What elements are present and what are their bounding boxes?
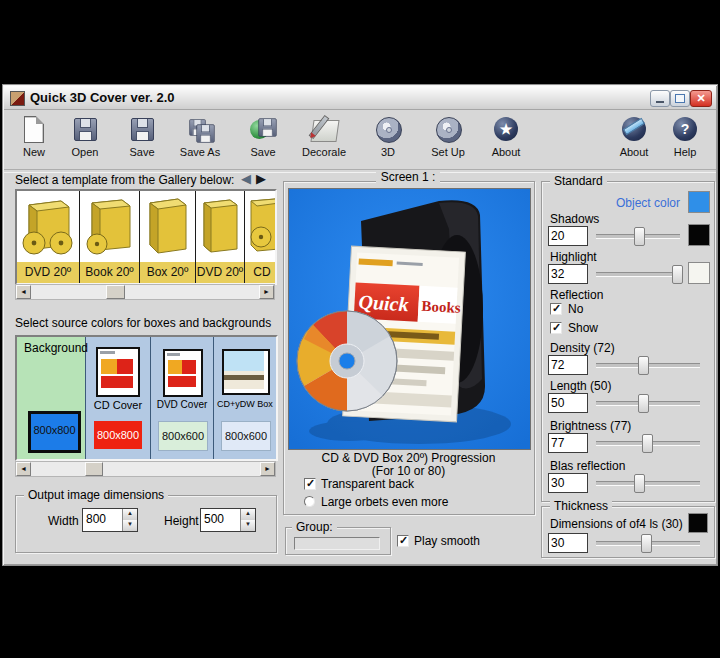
background-color-swatch[interactable]: 800x800 bbox=[28, 411, 81, 453]
spin-down-icon[interactable]: ▼ bbox=[123, 520, 137, 531]
slider-thumb[interactable] bbox=[638, 394, 649, 413]
highlight-slider[interactable] bbox=[596, 272, 680, 277]
shadows-input[interactable] bbox=[548, 226, 588, 246]
color-cell-title: CD+yDW Box bbox=[214, 399, 276, 409]
object-color-label: Object color bbox=[542, 196, 680, 210]
brightness-slider[interactable] bbox=[596, 441, 700, 446]
reflection-show-checkbox[interactable] bbox=[550, 322, 562, 334]
cover-brand-top: Quick bbox=[358, 291, 409, 316]
gallery-item-label: Box 20º bbox=[140, 262, 195, 283]
swatch-size-label: 800x800 bbox=[33, 424, 75, 436]
gallery-item-dvd20-2[interactable]: DVD 20º bbox=[196, 191, 245, 283]
thickness-color-swatch[interactable] bbox=[688, 513, 708, 533]
star-sphere-icon: ★ bbox=[494, 117, 518, 141]
scrollbar-thumb[interactable] bbox=[106, 285, 125, 299]
cddvd-box-color-swatch[interactable]: 800x600 bbox=[221, 421, 271, 451]
density-slider[interactable] bbox=[596, 363, 700, 368]
height-spinner[interactable]: 500 ▲ ▼ bbox=[200, 508, 256, 532]
slider-thumb[interactable] bbox=[672, 265, 683, 284]
object-color-swatch[interactable] bbox=[688, 191, 710, 213]
gallery-item-book20[interactable]: Book 20º bbox=[80, 191, 140, 283]
gallery-item-dvd20[interactable]: DVD 20º bbox=[17, 191, 80, 283]
toolbar-label: Decorale bbox=[298, 146, 350, 158]
shadows-slider[interactable] bbox=[596, 234, 680, 239]
output-dimensions-label: Output image dimensions bbox=[24, 488, 168, 502]
thickness-label: Thickness bbox=[550, 499, 612, 513]
thickness-slider[interactable] bbox=[596, 541, 700, 546]
colors-scrollbar[interactable]: ◄ ► bbox=[15, 461, 276, 477]
scroll-left-icon[interactable]: ◄ bbox=[16, 285, 31, 299]
thickness-input[interactable] bbox=[548, 533, 588, 553]
group-field[interactable] bbox=[294, 537, 380, 550]
toolbar-button-open[interactable]: Open bbox=[59, 113, 111, 167]
spin-down-icon[interactable]: ▼ bbox=[241, 520, 255, 531]
preview-viewport[interactable]: Quick Books bbox=[288, 188, 531, 450]
highlight-input[interactable] bbox=[548, 264, 588, 284]
gallery-scrollbar[interactable]: ◄ ► bbox=[15, 284, 275, 300]
close-button[interactable]: ✕ bbox=[690, 90, 712, 107]
color-cell-dvd-cover[interactable]: DVD Cover 800x600 bbox=[151, 337, 214, 459]
toolbar-button-3d[interactable]: 3D bbox=[362, 113, 414, 167]
length-slider[interactable] bbox=[596, 401, 700, 406]
dvd-cover-color-swatch[interactable]: 800x600 bbox=[158, 421, 208, 451]
slider-thumb[interactable] bbox=[634, 227, 645, 246]
density-input[interactable] bbox=[548, 355, 588, 375]
transparent-back-label: Transparent back bbox=[321, 477, 414, 491]
cddvd-box-thumbnail bbox=[222, 349, 270, 395]
toolbar-button-save-as[interactable]: Save As bbox=[174, 113, 226, 167]
slider-thumb[interactable] bbox=[641, 534, 652, 553]
reflection-no-checkbox[interactable] bbox=[550, 303, 562, 315]
toolbar-button-help[interactable]: ? Help bbox=[659, 113, 711, 167]
color-cell-background[interactable]: Background 800x800 bbox=[17, 337, 86, 459]
gallery-section-label: Select a template from the Gallery below… bbox=[15, 173, 234, 187]
source-colors-panel: Background 800x800 CD Cover 800x800 bbox=[15, 335, 278, 461]
desktop-background: Quick 3D Cover ver. 2.0 ✕ New Open Save … bbox=[0, 0, 720, 658]
bias-reflection-slider[interactable] bbox=[596, 481, 700, 486]
preview-caption-line1: CD & DVD Box 20º) Progression bbox=[288, 451, 529, 465]
gallery-item-cd[interactable]: CD bbox=[245, 191, 277, 283]
scroll-left-icon[interactable]: ◄ bbox=[16, 462, 31, 476]
gallery-prev-icon[interactable]: ◀ bbox=[241, 172, 251, 185]
swatch-size-label: 800x600 bbox=[162, 430, 204, 442]
gallery-item-box20[interactable]: Box 20º bbox=[140, 191, 196, 283]
highlight-color-swatch[interactable] bbox=[688, 262, 710, 284]
toolbar-button-save-green[interactable]: Save bbox=[237, 113, 289, 167]
length-input[interactable] bbox=[548, 393, 588, 413]
play-smooth-checkbox[interactable] bbox=[397, 535, 409, 547]
save-icon bbox=[131, 118, 154, 141]
toolbar-label: Set Up bbox=[422, 146, 474, 158]
spin-up-icon[interactable]: ▲ bbox=[241, 509, 255, 520]
slider-thumb[interactable] bbox=[634, 474, 645, 493]
minimize-button[interactable] bbox=[650, 90, 670, 107]
scroll-right-icon[interactable]: ► bbox=[260, 462, 275, 476]
toolbar-button-decorate[interactable]: Decorale bbox=[298, 113, 350, 167]
slider-thumb[interactable] bbox=[642, 434, 653, 453]
bias-reflection-input[interactable] bbox=[548, 473, 588, 493]
highlight-label: Highlight bbox=[550, 250, 597, 264]
scroll-right-icon[interactable]: ► bbox=[259, 285, 274, 299]
group-groupbox: Group: bbox=[285, 527, 391, 555]
color-cell-cddvd-box[interactable]: CD+yDW Box 800x600 bbox=[214, 337, 276, 459]
template-thumbnail-dvd2 bbox=[196, 191, 245, 259]
cd-cover-color-swatch[interactable]: 800x800 bbox=[94, 421, 142, 449]
gallery-next-icon[interactable]: ▶ bbox=[256, 172, 266, 185]
scrollbar-thumb[interactable] bbox=[85, 462, 103, 476]
title-bar[interactable]: Quick 3D Cover ver. 2.0 ✕ bbox=[4, 86, 716, 110]
toolbar-label: Help bbox=[659, 146, 711, 158]
slider-thumb[interactable] bbox=[638, 356, 649, 375]
width-spinner[interactable]: 800 ▲ ▼ bbox=[82, 508, 138, 532]
toolbar-button-setup[interactable]: Set Up bbox=[422, 113, 474, 167]
large-orbets-radio[interactable] bbox=[304, 496, 315, 507]
brightness-input[interactable] bbox=[548, 433, 588, 453]
toolbar-button-about-brush[interactable]: About bbox=[608, 113, 660, 167]
toolbar-button-about-star[interactable]: ★ About bbox=[480, 113, 532, 167]
transparent-back-checkbox[interactable] bbox=[304, 478, 316, 490]
spin-up-icon[interactable]: ▲ bbox=[123, 509, 137, 520]
shadows-color-swatch[interactable] bbox=[688, 224, 710, 246]
maximize-button[interactable] bbox=[670, 90, 690, 107]
toolbar-button-save[interactable]: Save bbox=[116, 113, 168, 167]
app-icon bbox=[10, 91, 25, 106]
toolbar-button-new[interactable]: New bbox=[8, 113, 60, 167]
toolbar-label: Save As bbox=[174, 146, 226, 158]
color-cell-cd-cover[interactable]: CD Cover 800x800 bbox=[86, 337, 151, 459]
